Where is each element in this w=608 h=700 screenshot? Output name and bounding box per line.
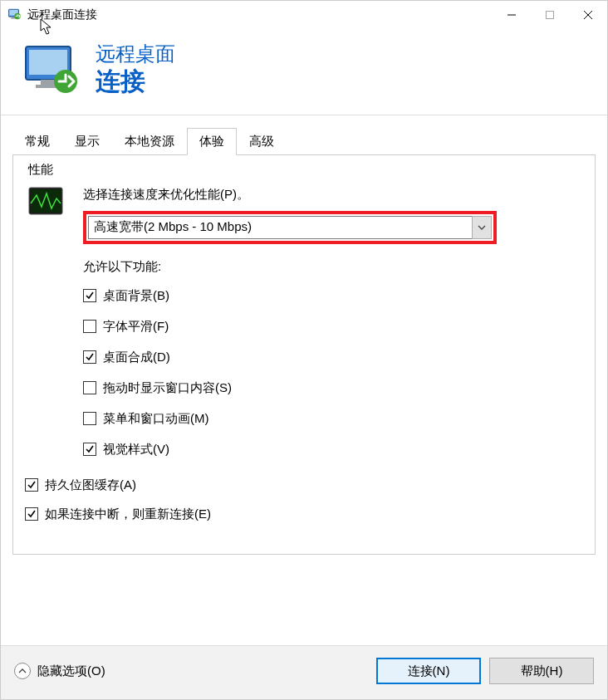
- checkbox-font-smoothing[interactable]: 字体平滑(F): [83, 319, 583, 335]
- checkbox-label: 字体平滑(F): [103, 319, 169, 335]
- checkbox-box: [83, 289, 96, 302]
- app-icon: [7, 7, 22, 22]
- header-line1: 远程桌面: [96, 42, 175, 66]
- window-controls: [493, 1, 607, 29]
- checkbox-box: [25, 478, 38, 492]
- tab-display[interactable]: 显示: [62, 128, 112, 155]
- tab-local-resources[interactable]: 本地资源: [112, 128, 187, 155]
- tab-content-experience: 性能 选择连接速度来优化性能(P)。 高速宽带(2 Mbps - 10 Mbps…: [12, 155, 596, 555]
- bottom-checkbox-group: 持久位图缓存(A) 如果连接中断，则重新连接(E): [25, 477, 583, 522]
- feature-checkbox-list: 桌面背景(B) 字体平滑(F) 桌面合成(D): [83, 288, 583, 458]
- tab-strip: 常规 显示 本地资源 体验 高级: [12, 127, 596, 155]
- footer: 隐藏选项(O) 连接(N) 帮助(H): [1, 645, 607, 699]
- tab-general[interactable]: 常规: [12, 128, 62, 155]
- chevron-up-icon: [14, 663, 31, 679]
- checkbox-box: [25, 507, 38, 521]
- tab-experience[interactable]: 体验: [187, 128, 237, 155]
- tab-area: 常规 显示 本地资源 体验 高级 性能 选择连接速: [1, 115, 607, 645]
- checkbox-desktop-background[interactable]: 桌面背景(B): [83, 288, 583, 304]
- checkbox-label: 持久位图缓存(A): [45, 477, 136, 493]
- help-button[interactable]: 帮助(H): [489, 658, 594, 684]
- performance-label: 选择连接速度来优化性能(P)。: [83, 187, 583, 203]
- checkbox-box: [83, 412, 96, 425]
- checkbox-reconnect[interactable]: 如果连接中断，则重新连接(E): [25, 507, 583, 522]
- connection-speed-highlight: 高速宽带(2 Mbps - 10 Mbps): [83, 211, 497, 244]
- checkbox-show-window-contents[interactable]: 拖动时显示窗口内容(S): [83, 380, 583, 396]
- dropdown-arrow-button[interactable]: [472, 216, 492, 239]
- checkbox-box: [83, 350, 96, 364]
- allow-features-label: 允许以下功能:: [83, 259, 583, 275]
- checkbox-label: 拖动时显示窗口内容(S): [103, 380, 232, 396]
- header-line2: 连接: [96, 66, 175, 96]
- checkbox-bitmap-caching[interactable]: 持久位图缓存(A): [25, 477, 583, 493]
- performance-group: 性能 选择连接速度来优化性能(P)。 高速宽带(2 Mbps - 10 Mbps…: [25, 167, 583, 458]
- titlebar: 远程桌面连接: [1, 1, 607, 29]
- tab-advanced[interactable]: 高级: [237, 128, 287, 155]
- checkbox-visual-styles[interactable]: 视觉样式(V): [83, 442, 583, 458]
- checkbox-box: [83, 381, 96, 394]
- chevron-down-icon: [478, 225, 486, 230]
- window-title: 远程桌面连接: [27, 7, 493, 22]
- remote-desktop-icon: [22, 43, 81, 95]
- checkbox-label: 视觉样式(V): [103, 442, 169, 458]
- checkbox-desktop-composition[interactable]: 桌面合成(D): [83, 350, 583, 365]
- svg-rect-6: [547, 12, 554, 19]
- connection-speed-dropdown[interactable]: 高速宽带(2 Mbps - 10 Mbps): [88, 216, 472, 239]
- minimize-button[interactable]: [493, 1, 531, 29]
- checkbox-menu-animation[interactable]: 菜单和窗口动画(M): [83, 411, 583, 427]
- group-title: 性能: [25, 162, 56, 178]
- hide-options-button[interactable]: 隐藏选项(O): [14, 663, 105, 679]
- svg-rect-15: [31, 189, 61, 213]
- checkbox-label: 菜单和窗口动画(M): [103, 411, 209, 427]
- checkbox-label: 桌面背景(B): [103, 288, 169, 304]
- hide-options-label: 隐藏选项(O): [37, 663, 105, 679]
- checkbox-box: [83, 443, 96, 456]
- maximize-button[interactable]: [531, 1, 569, 29]
- rdp-window: 远程桌面连接: [0, 0, 608, 700]
- checkbox-label: 如果连接中断，则重新连接(E): [45, 507, 211, 522]
- performance-icon: [28, 187, 63, 215]
- header: 远程桌面 连接: [1, 29, 607, 115]
- connect-button[interactable]: 连接(N): [376, 658, 481, 684]
- svg-rect-11: [41, 80, 56, 85]
- checkbox-box: [83, 320, 96, 333]
- close-button[interactable]: [569, 1, 607, 29]
- checkbox-label: 桌面合成(D): [103, 350, 170, 365]
- header-text: 远程桌面 连接: [96, 42, 175, 96]
